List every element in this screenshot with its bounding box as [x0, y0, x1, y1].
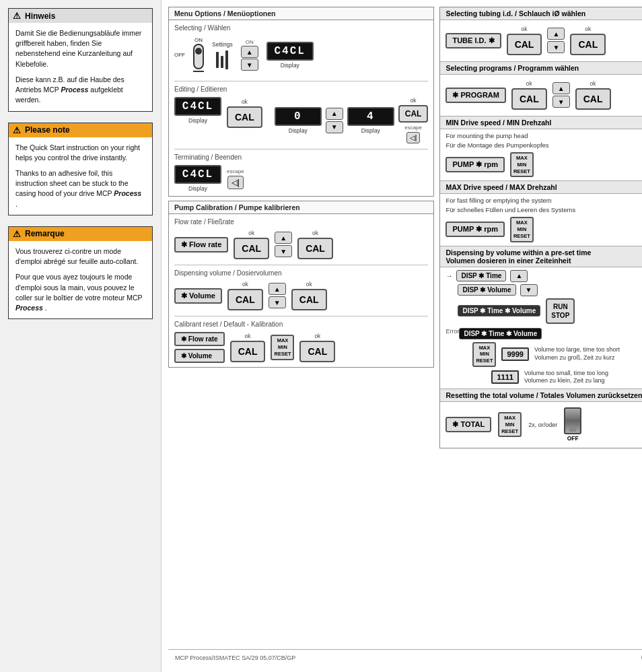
notice-remarque-header: ⚠ Remarque — [9, 227, 152, 241]
error-desc1-de: Volumen zu groß, Zeit zu kurz — [534, 354, 615, 361]
flow-rate-display: ✱ Flow rate — [174, 237, 228, 253]
calibrant-vol-display: ✱ Volume — [174, 349, 225, 363]
calibrant-reset-row: ✱ Flow rate ✱ Volume ok CAL — [174, 332, 428, 363]
flow-cal1[interactable]: CAL — [234, 238, 269, 259]
switch-indicator — [569, 428, 576, 432]
cal-ok-group1: ok CAL — [227, 98, 262, 128]
program-label: ✱ PROGRAM — [452, 91, 499, 100]
arrow-down-btn[interactable]: ▼ — [241, 59, 258, 71]
settings-label: Settings — [212, 41, 233, 48]
footer-left: MCP Process/ISMATEC SA/29 05.07/CB/GP — [175, 654, 295, 661]
vol-cal1[interactable]: CAL — [227, 289, 263, 310]
menu-arrow-group: ON ▲ ▼ — [241, 39, 258, 71]
switch-knob — [195, 48, 202, 55]
prog-arrow-up[interactable]: ▲ — [552, 82, 570, 94]
page-footer: MCP Process/ISMATEC SA/29 05.07/CB/GP 63 — [168, 649, 642, 665]
two-x-label: 2x, or/oder — [528, 422, 557, 428]
term-escape-group: escape ◁| — [227, 168, 244, 189]
escape-label1: escape — [404, 125, 422, 131]
remarque-text1: Vous trouverez ci-contre un mode d'emplo… — [15, 246, 145, 267]
tube-arrow-up[interactable]: ▲ — [547, 28, 565, 40]
display-label1: Display — [281, 62, 299, 69]
settings-display-block — [216, 51, 228, 69]
flow-rate-section: Flow rate / Fließrate ✱ Flow rate ok CAL… — [174, 218, 428, 265]
tube-ok-left: ok — [522, 26, 528, 32]
vol-arrow-up[interactable]: ▲ — [269, 283, 286, 295]
arrow-down2[interactable]: ▼ — [326, 121, 343, 133]
toggle-switch-body[interactable] — [193, 44, 204, 69]
prog-arrow-down[interactable]: ▼ — [552, 96, 570, 108]
disp-time-row: → DISP ✱ Time ▲ — [445, 270, 642, 282]
cal-ok6: ok CAL — [299, 333, 335, 362]
cal5[interactable]: CAL — [230, 341, 266, 362]
editing-display2: 0 Display — [275, 107, 322, 134]
flow-arrow-up[interactable]: ▲ — [275, 232, 292, 244]
notice-please-note: ⚠ Please note The Quick Start instructio… — [8, 123, 153, 215]
prog-cal2[interactable]: CAL — [575, 88, 611, 110]
toggle-off-side: OFF — [174, 52, 185, 58]
pump-rpm-label2: PUMP ✱ rpm — [452, 225, 497, 234]
flow-arrows: ▲ ▼ — [275, 232, 292, 257]
on-label1: ON — [194, 37, 203, 43]
tube-cal2-group: ok CAL — [570, 26, 606, 55]
disp-time-arrow-up[interactable]: ▲ — [510, 270, 528, 282]
vol-arrow-down[interactable]: ▼ — [269, 296, 286, 308]
term-display: C4CL Display — [174, 165, 221, 192]
mmr-btn3[interactable]: MAX MIN RESET — [472, 342, 496, 367]
flow-ok-cal2: ok CAL — [297, 230, 333, 259]
tube-cal2[interactable]: CAL — [570, 34, 606, 55]
lcd1: C4CL — [266, 42, 314, 61]
vol-cal2[interactable]: CAL — [291, 289, 327, 310]
min-drive-title: MIN Drive speed / MIN Drehzahl — [440, 116, 642, 129]
run-stop-btn[interactable]: RUN STOP — [546, 298, 575, 324]
flow-rate-row: ✱ Flow rate ok CAL ▲ ▼ ok — [174, 230, 428, 259]
min-drive-row: PUMP ✱ rpm MAX MIN RESET — [445, 152, 642, 177]
disp-vol-arrow-down[interactable]: ▼ — [520, 284, 538, 296]
prog-cal1[interactable]: CAL — [511, 88, 547, 110]
display-label3: Display — [289, 127, 308, 134]
tube-ok-right: ok — [585, 26, 591, 32]
arrow-up2[interactable]: ▲ — [326, 108, 343, 120]
escape-btn2[interactable]: ◁| — [227, 176, 244, 189]
dispensing-vol-row: ✱ Volume ok CAL ▲ ▼ ok — [174, 281, 428, 310]
arrow-up-btn[interactable]: ▲ — [241, 46, 258, 58]
flow-arrow-down[interactable]: ▼ — [275, 245, 292, 257]
vol-arrows: ▲ ▼ — [269, 283, 286, 308]
calibrant-flow-display: ✱ Flow rate — [174, 332, 225, 346]
mmr-btn2[interactable]: MAX MIN RESET — [510, 217, 534, 242]
off-switch-group: OFF — [564, 407, 581, 442]
mmr-btn1[interactable]: MAX MIN RESET — [510, 152, 534, 177]
max-drive-sub2: Für schnelles Füllen und Leeren des Syst… — [445, 206, 642, 213]
error-section: Error DISP ✱ Time ✱ Volume MAX MIN RESET… — [445, 328, 642, 386]
mmr-btn-cal[interactable]: MAX MIN RESET — [271, 335, 294, 360]
error-val2: 1111 — [491, 370, 518, 384]
tube-cal1[interactable]: CAL — [507, 34, 542, 55]
escape-btn1[interactable]: ◁| — [406, 132, 421, 143]
lcd4: 4 — [347, 107, 394, 126]
volume-label: ✱ Volume — [181, 292, 215, 300]
editing-subtitle: Editing / Editieren — [174, 86, 428, 93]
editing-display3: 4 Display — [347, 107, 394, 134]
error-9999-row: MAX MIN RESET 9999 Volume too large, tim… — [459, 342, 642, 367]
tube-cal1-group: ok CAL — [507, 26, 542, 55]
vol-ok4: ok — [306, 281, 312, 288]
selecting-programs-section: Selecting programs / Programm wählen ✱ P… — [440, 62, 642, 116]
mmr-btn4[interactable]: MAX MIN RESET — [498, 412, 522, 437]
display-label5: Display — [188, 185, 207, 192]
tube-arrow-down[interactable]: ▼ — [547, 41, 565, 53]
disp-vol-display: DISP ✱ Volume — [458, 284, 515, 296]
dispensing-by-volume-section: Dispensing by volume within a pre-set ti… — [440, 246, 642, 390]
pump-rpm-label1: PUMP ✱ rpm — [452, 160, 497, 169]
prog-cal2-group: ok CAL — [575, 80, 611, 110]
error-label: Error — [445, 328, 459, 335]
dispensing-by-vol-title: Dispensing by volume within a pre-set ti… — [440, 246, 642, 267]
arrow-right-icon: → — [445, 272, 452, 279]
off-switch-body[interactable] — [564, 407, 581, 434]
flow-cal2[interactable]: CAL — [297, 238, 333, 259]
cal6[interactable]: CAL — [299, 341, 335, 362]
cal-button1[interactable]: CAL — [227, 106, 262, 128]
volume-display: ✱ Volume — [174, 288, 222, 304]
remarque-text2: Pour que vous ayez toujours le mode d'em… — [15, 272, 145, 313]
selecting-tubing-section: Selecting tubing i.d. / Schlauch iØ wähl… — [440, 7, 642, 62]
cal-button2[interactable]: CAL — [398, 105, 429, 123]
